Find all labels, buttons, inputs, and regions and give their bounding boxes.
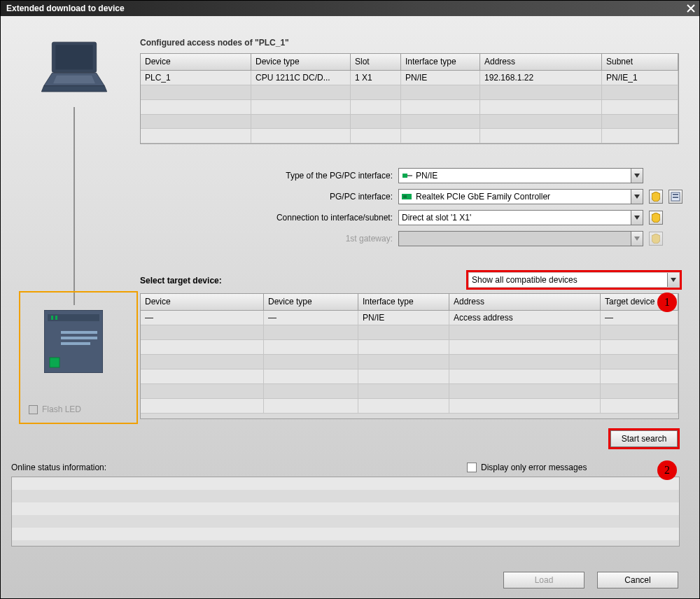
plc-icon [44,310,103,373]
svg-rect-18 [673,197,678,198]
cancel-button[interactable]: Cancel [597,572,678,589]
status-list[interactable] [11,477,680,547]
col-slot: Slot [351,54,401,71]
pgpc-interface-label: PG/PC interface: [127,192,393,202]
svg-rect-7 [51,316,53,320]
col-device: Device [141,294,264,311]
svg-marker-4 [53,76,95,84]
shield-icon[interactable] [649,190,663,204]
close-icon[interactable] [685,3,696,14]
gateway-label: 1st gateway: [127,234,393,244]
checkbox-icon [29,405,38,414]
online-status-label: Online status information: [11,463,106,472]
svg-rect-1 [55,45,92,69]
window-title: Extended download to device [6,3,125,13]
display-errors-label: Display only error messages [481,463,587,472]
col-iftype: Interface type [401,54,480,71]
pnie-icon [402,171,413,181]
chevron-down-icon [631,232,643,246]
device-filter-select[interactable]: Show all compatible devices [468,272,680,288]
gateway-select [398,231,643,246]
configured-nodes-table: Device Device type Slot Interface type A… [140,53,679,144]
display-errors-checkbox[interactable]: Display only error messages [467,463,587,472]
connection-line [74,107,75,305]
col-device: Device [141,54,251,71]
shield-icon [649,232,663,246]
configured-nodes-heading: Configured access nodes of "PLC_1" [140,38,289,48]
svg-rect-17 [673,194,678,195]
nic-icon [402,192,413,202]
svg-rect-9 [61,331,97,334]
start-search-button[interactable]: Start search [610,430,678,447]
filter-highlight-box: Show all compatible devices [466,270,682,290]
load-button: Load [503,572,584,589]
target-device-table: Device Device type Interface type Addres… [140,293,679,419]
type-pgpc-label: Type of the PG/PC interface: [127,171,393,181]
connection-select[interactable]: Direct at slot '1 X1' [398,210,643,225]
col-type: Device type [264,294,358,311]
flash-led-checkbox: Flash LED [29,404,81,414]
annotation-marker-1: 1 [657,293,677,312]
svg-rect-12 [50,358,59,367]
laptop-icon [39,39,109,94]
svg-rect-15 [403,195,407,198]
table-row[interactable]: PLC_1 CPU 1211C DC/D... 1 X1 PN/IE 192.1… [141,71,678,85]
chevron-down-icon[interactable] [631,190,643,204]
svg-rect-11 [61,342,90,345]
title-bar: Extended download to device [1,1,699,16]
annotation-marker-2: 2 [657,460,677,480]
checkbox-icon [467,463,477,472]
table-row[interactable]: — — PN/IE Access address — [141,311,678,325]
shield-icon[interactable] [649,211,663,225]
flash-led-label: Flash LED [42,404,81,414]
chevron-down-icon[interactable] [631,169,643,183]
start-search-highlight-box: Start search [608,428,680,449]
pgpc-interface-select[interactable]: Realtek PCIe GbE Family Controller [398,189,643,204]
svg-rect-8 [55,316,57,320]
col-address: Address [449,294,601,311]
select-target-label: Select target device: [140,276,222,286]
svg-marker-3 [41,86,106,92]
col-type: Device type [251,54,351,71]
svg-rect-10 [61,337,97,339]
col-address: Address [480,54,602,71]
chevron-down-icon[interactable] [631,211,643,225]
connection-label: Connection to interface/subnet: [127,213,393,223]
col-iftype: Interface type [358,294,449,311]
svg-rect-13 [402,174,407,178]
properties-icon[interactable] [668,190,682,204]
col-subnet: Subnet [602,54,678,71]
type-pgpc-select[interactable]: PN/IE [398,168,643,183]
chevron-down-icon[interactable] [667,273,679,287]
